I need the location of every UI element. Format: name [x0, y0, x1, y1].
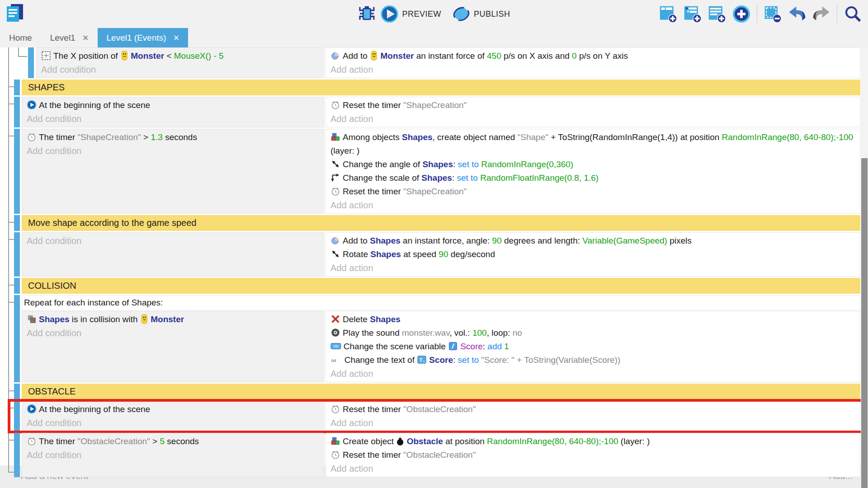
- tab-close-icon[interactable]: ×: [83, 33, 89, 43]
- event-selection-bar[interactable]: [14, 215, 20, 231]
- action-line[interactable]: Play the sound monster.wav, vol.: 100, l…: [330, 326, 855, 340]
- preview-play-icon[interactable]: [380, 5, 398, 23]
- event-selection-bar[interactable]: [14, 295, 20, 382]
- group-header[interactable]: OBSTACLE: [22, 384, 860, 399]
- vertical-scrollbar[interactable]: [861, 47, 868, 488]
- event-selection-bar[interactable]: [14, 278, 20, 294]
- conditions-cell: The timer "ObstacleCreation" > 5 seconds…: [22, 433, 324, 477]
- variable-icon: Var: [330, 340, 344, 353]
- text-segment: at position: [443, 436, 487, 446]
- add-comment-icon[interactable]: [708, 5, 726, 23]
- add-condition-button[interactable]: Add condition: [27, 448, 319, 462]
- tab-close-icon[interactable]: ×: [174, 33, 179, 43]
- play-circle-icon: [27, 403, 39, 416]
- text-segment: 5: [160, 436, 165, 446]
- event-row: At the beginning of the sceneAdd conditi…: [0, 401, 868, 432]
- add-action-button[interactable]: Add action: [330, 112, 855, 126]
- tab-home[interactable]: Home: [0, 28, 41, 47]
- text-segment: seconds: [163, 132, 197, 142]
- action-line[interactable]: Reset the timer "ShapeCreation": [330, 185, 855, 198]
- event-rail: [0, 97, 22, 127]
- conditions-cell: At the beginning of the sceneAdd conditi…: [22, 401, 324, 432]
- action-line[interactable]: Rotate Shapes at speed 90 deg/second: [330, 248, 855, 261]
- add-subevent-icon[interactable]: [684, 5, 702, 23]
- action-line[interactable]: Add to Monster an instant force of 450 p…: [330, 49, 855, 63]
- condition-line[interactable]: At the beginning of the scene: [27, 99, 319, 112]
- position-icon: [41, 49, 53, 63]
- timer-icon: [27, 435, 39, 448]
- text-segment: at speed: [401, 249, 439, 259]
- action-line[interactable]: Among objects Shapes, create object name…: [330, 131, 855, 158]
- publish-globe-icon[interactable]: [452, 5, 470, 23]
- condition-line[interactable]: The timer "ShapeCreation" > 1.3 seconds: [27, 131, 319, 144]
- event-selection-bar[interactable]: [14, 232, 20, 277]
- event-group-row: COLLISION: [0, 278, 868, 294]
- action-line[interactable]: txtChange the text of TxScore: set to "S…: [330, 353, 855, 367]
- add-condition-button[interactable]: Add condition: [27, 144, 319, 158]
- search-icon[interactable]: [844, 5, 862, 23]
- debugger-icon[interactable]: [358, 5, 376, 23]
- text-action-icon: txt: [330, 353, 344, 367]
- event-selection-bar[interactable]: [14, 401, 20, 432]
- text-segment: Add to: [343, 236, 370, 245]
- condition-line[interactable]: At the beginning of the scene: [27, 403, 319, 416]
- group-header[interactable]: SHAPES: [22, 80, 860, 95]
- add-action-button[interactable]: Add action: [330, 198, 855, 212]
- force-icon: [330, 234, 343, 248]
- text-segment: no: [513, 328, 522, 338]
- add-condition-button[interactable]: Add condition: [27, 234, 319, 248]
- tab-label: Level1: [50, 33, 75, 43]
- tab-bar: HomeLevel1×Level1 (Events)×: [0, 28, 868, 47]
- action-line[interactable]: Reset the timer "ObstacleCreation": [330, 448, 855, 462]
- publish-button[interactable]: PUBLISH: [452, 5, 510, 23]
- scrollbar-thumb[interactable]: [861, 158, 868, 488]
- text-segment: add: [487, 342, 504, 351]
- preview-button[interactable]: PREVIEW: [380, 5, 441, 23]
- action-line[interactable]: Add to Shapes an instant force, angle: 9…: [330, 234, 855, 248]
- add-circle-icon[interactable]: [732, 5, 750, 23]
- event-rail: [0, 232, 22, 277]
- event-selection-bar[interactable]: [14, 97, 20, 127]
- add-condition-button[interactable]: Add condition: [41, 63, 319, 76]
- foreach-header[interactable]: Repeat for each instance of Shapes:: [22, 295, 860, 310]
- redo-icon[interactable]: [812, 5, 830, 23]
- text-segment: Monster: [381, 51, 414, 61]
- event-selection-bar[interactable]: [28, 47, 34, 78]
- tab-level1-events-[interactable]: Level1 (Events)×: [98, 28, 189, 47]
- condition-line[interactable]: The timer "ObstacleCreation" > 5 seconds: [27, 435, 319, 448]
- event-selection-bar[interactable]: [14, 384, 20, 399]
- delete-selection-icon[interactable]: [764, 5, 782, 23]
- condition-line[interactable]: The X position of Monster < MouseX() - 5: [41, 49, 319, 63]
- text-segment: Rotate: [343, 249, 370, 259]
- event-selection-bar[interactable]: [14, 129, 20, 214]
- action-line[interactable]: VarChange the scene variable Score: add …: [330, 340, 855, 353]
- add-event-icon[interactable]: [659, 5, 677, 23]
- add-condition-button[interactable]: Add condition: [27, 416, 319, 430]
- text-segment: Reset the timer: [343, 187, 403, 196]
- action-line[interactable]: Change the angle of Shapes: set to Rando…: [330, 158, 855, 171]
- add-action-button[interactable]: Add action: [330, 462, 855, 475]
- action-line[interactable]: Reset the timer "ShapeCreation": [330, 99, 855, 112]
- event-row: Add conditionAdd to Shapes an instant fo…: [0, 232, 868, 277]
- add-action-button[interactable]: Add action: [330, 261, 855, 275]
- group-header[interactable]: Move shape according to the game speed: [22, 215, 860, 231]
- add-action-button[interactable]: Add action: [330, 367, 855, 380]
- action-line[interactable]: Reset the timer "ObstacleCreation": [330, 403, 855, 416]
- event-selection-bar[interactable]: [14, 433, 20, 477]
- add-action-button[interactable]: Add action: [330, 416, 855, 430]
- action-line[interactable]: Delete Shapes: [330, 313, 855, 326]
- group-header[interactable]: COLLISION: [22, 278, 860, 294]
- add-condition-button[interactable]: Add condition: [27, 326, 319, 340]
- add-action-button[interactable]: Add action: [330, 63, 855, 76]
- tab-level1[interactable]: Level1×: [41, 28, 98, 47]
- event-selection-bar[interactable]: [14, 80, 20, 95]
- add-condition-button[interactable]: Add condition: [27, 112, 319, 126]
- condition-line[interactable]: Shapes is in collision with Monster: [27, 313, 319, 326]
- action-line[interactable]: Create object Obstacle at position Rando…: [330, 435, 855, 448]
- action-line[interactable]: Change the scale of Shapes: set to Rando…: [330, 171, 855, 185]
- app-logo-icon[interactable]: [5, 3, 25, 23]
- conditions-cell: Shapes is in collision with MonsterAdd c…: [22, 311, 324, 382]
- text-segment: Among objects: [343, 132, 402, 142]
- event-row: At the beginning of the sceneAdd conditi…: [0, 97, 868, 127]
- undo-icon[interactable]: [788, 5, 806, 23]
